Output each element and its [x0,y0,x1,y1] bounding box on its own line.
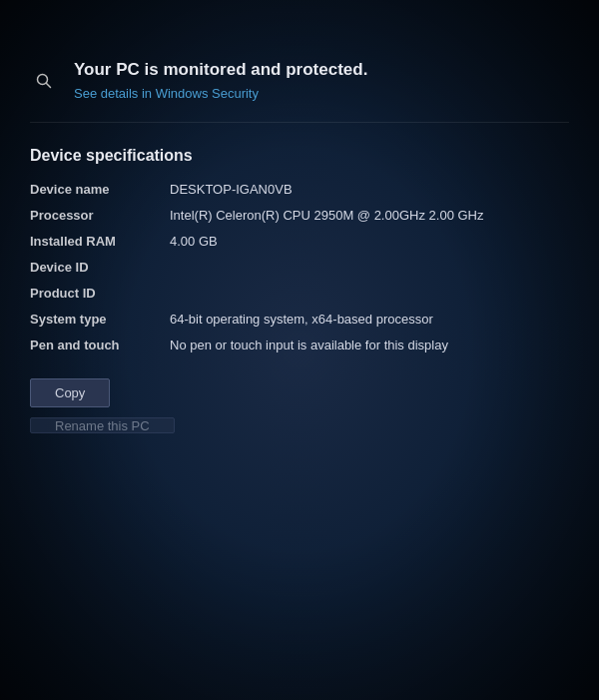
status-section: Your PC is monitored and protected. See … [74,60,569,102]
buttons-area: Copy Rename this PC [30,378,569,433]
copy-button[interactable]: Copy [30,378,110,407]
content-area: Your PC is monitored and protected. See … [30,60,569,640]
spec-row-processor: Processor Intel(R) Celeron(R) CPU 2950M … [30,205,569,231]
svg-line-1 [47,84,51,88]
spec-row-pen-touch: Pen and touch No pen or touch input is a… [30,335,569,360]
label-installed-ram: Installed RAM [30,234,170,249]
label-processor: Processor [30,208,170,223]
security-link[interactable]: See details in Windows Security [74,86,259,101]
label-device-name: Device name [30,182,170,197]
background: Your PC is monitored and protected. See … [0,0,599,700]
spec-row-installed-ram: Installed RAM 4.00 GB [30,231,569,257]
value-processor: Intel(R) Celeron(R) CPU 2950M @ 2.00GHz … [170,208,569,223]
spec-row-device-id: Device ID [30,257,569,283]
spec-table: Device name DESKTOP-IGAN0VB Processor In… [30,179,569,360]
status-title: Your PC is monitored and protected. [74,60,569,80]
rename-label: Rename this PC [55,418,150,433]
rename-button[interactable]: Rename this PC [30,417,175,433]
label-pen-touch: Pen and touch [30,338,170,352]
spec-row-system-type: System type 64-bit operating system, x64… [30,309,569,335]
label-device-id: Device ID [30,260,170,275]
spec-row-product-id: Product ID [30,283,569,309]
divider [30,122,569,123]
spec-row-device-name: Device name DESKTOP-IGAN0VB [30,179,569,205]
label-product-id: Product ID [30,286,170,301]
value-installed-ram: 4.00 GB [170,234,569,249]
search-icon[interactable] [30,67,58,95]
value-device-name: DESKTOP-IGAN0VB [170,182,569,197]
device-specs-section: Device specifications Device name DESKTO… [30,147,569,433]
value-pen-touch: No pen or touch input is available for t… [170,338,569,352]
section-title: Device specifications [30,147,569,165]
value-system-type: 64-bit operating system, x64-based proce… [170,312,569,327]
label-system-type: System type [30,312,170,327]
top-bar: Your PC is monitored and protected. See … [30,60,569,102]
